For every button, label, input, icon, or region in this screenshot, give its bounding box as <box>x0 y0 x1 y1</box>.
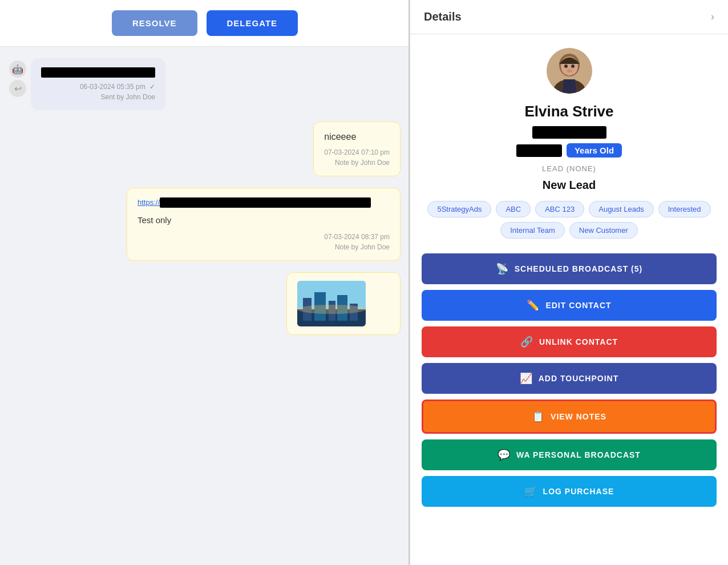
url-note-sender: Note by John Doe <box>335 243 390 251</box>
broadcast-label: SCHEDULED BROADCAST (5) <box>515 264 642 273</box>
note-timestamp: 07-03-2024 07:10 pm <box>324 148 390 156</box>
message-row-url: https:// Test only 07-03-2024 08:37 pm N… <box>9 188 401 261</box>
top-bar: RESOLVE DELEGATE <box>0 0 410 47</box>
wa-label: WA PERSONAL BROADCAST <box>516 450 641 459</box>
age-row: Years Old <box>516 143 622 158</box>
message-timestamp: 06-03-2024 05:35 pm <box>80 83 145 91</box>
message-sender: Sent by John Doe <box>101 93 155 101</box>
url-note-timestamp: 07-03-2024 08:37 pm <box>324 233 390 241</box>
note-sender: Note by John Doe <box>335 159 390 167</box>
tag-abc123[interactable]: ABC 123 <box>535 201 584 217</box>
sent-bubble: 06-03-2024 05:35 pm ✓ Sent by John Doe <box>31 58 165 110</box>
note-meta: 07-03-2024 07:10 pm Note by John Doe <box>324 147 390 168</box>
add-touchpoint-button[interactable]: 📈 ADD TOUCHPOINT <box>422 363 717 394</box>
url-note-bubble: https:// Test only 07-03-2024 08:37 pm N… <box>127 188 401 261</box>
touchpoint-label: ADD TOUCHPOINT <box>539 374 619 383</box>
image-note-bubble <box>286 272 401 335</box>
wa-broadcast-button[interactable]: 💬 WA PERSONAL BROADCAST <box>422 439 717 470</box>
purchase-label: LOG PURCHASE <box>543 487 614 496</box>
edit-label: EDIT CONTACT <box>545 301 611 310</box>
contact-section: Elvina Strive Years Old LEAD (NONE) New … <box>410 34 728 201</box>
url-prefix: https:// <box>137 198 160 207</box>
url-note-meta: 07-03-2024 08:37 pm Note by John Doe <box>137 232 390 252</box>
left-panel: RESOLVE DELEGATE 🤖 ↩ 06-03-2024 05:35 pm… <box>0 0 410 565</box>
phone-redacted <box>532 126 606 139</box>
tag-august[interactable]: August Leads <box>589 201 654 217</box>
note-bubble: niceeee 07-03-2024 07:10 pm Note by John… <box>313 122 401 176</box>
check-icon: ✓ <box>149 83 155 91</box>
unlink-contact-button[interactable]: 🔗 UNLINK CONTACT <box>422 326 717 357</box>
svg-point-12 <box>564 64 568 68</box>
broadcast-icon: 📡 <box>496 263 509 275</box>
right-panel: Details › Elvina Strive <box>410 0 728 565</box>
chevron-right-icon[interactable]: › <box>711 11 714 23</box>
tag-internal[interactable]: Internal Team <box>500 222 565 239</box>
phone-bar <box>532 126 606 139</box>
touchpoint-icon: 📈 <box>520 372 533 385</box>
notes-label: VIEW NOTES <box>551 412 606 421</box>
action-buttons: 📡 SCHEDULED BROADCAST (5) ✏️ EDIT CONTAC… <box>410 248 728 518</box>
note-text: niceeee <box>324 130 390 144</box>
message-row: 🤖 ↩ 06-03-2024 05:35 pm ✓ Sent by John D… <box>9 58 401 110</box>
message-row-note: niceeee 07-03-2024 07:10 pm Note by John… <box>9 122 401 176</box>
tag-5strategy[interactable]: 5StrategyAds <box>427 201 491 217</box>
age-badge: Years Old <box>567 143 622 158</box>
delegate-button[interactable]: DELEGATE <box>207 10 298 36</box>
svg-point-13 <box>571 64 575 68</box>
details-header: Details › <box>410 0 728 34</box>
contact-avatar <box>547 48 592 94</box>
redacted-content <box>41 67 155 78</box>
tag-abc[interactable]: ABC <box>496 201 531 217</box>
new-lead-label: New Lead <box>543 179 596 192</box>
notes-icon: 📋 <box>532 410 545 423</box>
url-redacted <box>160 197 371 208</box>
message-row-image <box>9 272 401 335</box>
scheduled-broadcast-button[interactable]: 📡 SCHEDULED BROADCAST (5) <box>422 253 717 284</box>
contact-name: Elvina Strive <box>524 103 613 120</box>
purchase-icon: 🛒 <box>524 485 537 498</box>
bot-icon: 🤖 <box>9 60 26 78</box>
tags-section: 5StrategyAds ABC ABC 123 August Leads In… <box>410 201 728 248</box>
panel-divider <box>409 0 410 565</box>
resolve-button[interactable]: RESOLVE <box>112 10 197 36</box>
url-line: https:// <box>137 196 390 208</box>
svg-point-7 <box>297 305 366 314</box>
wa-icon: 💬 <box>498 449 511 461</box>
reply-icon: ↩ <box>9 80 26 97</box>
tag-newcustomer[interactable]: New Customer <box>569 222 638 239</box>
avatar-icons: 🤖 ↩ <box>9 60 26 97</box>
message-meta: 06-03-2024 05:35 pm ✓ Sent by John Doe <box>41 82 155 102</box>
log-purchase-button[interactable]: 🛒 LOG PURCHASE <box>422 476 717 507</box>
view-notes-button[interactable]: 📋 VIEW NOTES <box>422 399 717 434</box>
unlink-icon: 🔗 <box>520 336 533 348</box>
edit-contact-button[interactable]: ✏️ EDIT CONTACT <box>422 290 717 321</box>
lead-label: LEAD (NONE) <box>542 164 596 173</box>
image-thumbnail <box>297 281 366 326</box>
svg-point-14 <box>567 69 572 72</box>
edit-icon: ✏️ <box>527 299 540 312</box>
age-redacted <box>516 144 562 157</box>
note-body: Test only <box>137 214 390 227</box>
tag-interested[interactable]: Interested <box>658 201 711 217</box>
details-title: Details <box>424 10 462 23</box>
unlink-label: UNLINK CONTACT <box>539 337 618 346</box>
chat-area: 🤖 ↩ 06-03-2024 05:35 pm ✓ Sent by John D… <box>0 47 410 565</box>
